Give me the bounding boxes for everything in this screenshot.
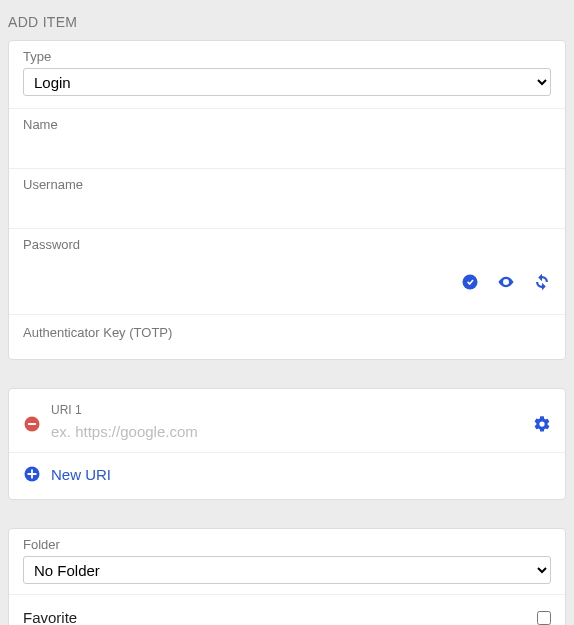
row-folder: Folder No Folder bbox=[9, 529, 565, 595]
row-uri-1: URI 1 bbox=[9, 389, 565, 453]
username-label: Username bbox=[23, 177, 551, 192]
name-input[interactable] bbox=[23, 136, 551, 161]
type-select[interactable]: Login bbox=[23, 68, 551, 96]
check-password-icon[interactable] bbox=[461, 273, 479, 291]
card-main: Type Login Name Username Password Authen… bbox=[8, 40, 566, 360]
svg-point-1 bbox=[505, 281, 508, 284]
svg-rect-3 bbox=[28, 422, 36, 424]
username-input[interactable] bbox=[23, 196, 551, 221]
name-label: Name bbox=[23, 117, 551, 132]
row-new-uri[interactable]: New URI bbox=[9, 453, 565, 497]
row-totp: Authenticator Key (TOTP) bbox=[9, 315, 565, 359]
password-label: Password bbox=[23, 237, 551, 252]
favorite-checkbox[interactable] bbox=[537, 611, 551, 625]
add-uri-icon bbox=[23, 465, 41, 483]
remove-uri-icon[interactable] bbox=[23, 415, 41, 433]
uri-1-input[interactable] bbox=[51, 419, 523, 444]
type-label: Type bbox=[23, 49, 551, 64]
uri-body: URI 1 bbox=[51, 403, 523, 444]
uri-settings-icon[interactable] bbox=[533, 415, 551, 433]
password-tools bbox=[461, 273, 551, 291]
row-favorite: Favorite bbox=[9, 595, 565, 625]
row-type: Type Login bbox=[9, 41, 565, 109]
folder-label: Folder bbox=[23, 537, 551, 552]
row-password: Password bbox=[9, 229, 565, 315]
uri-1-label: URI 1 bbox=[51, 403, 523, 417]
generate-password-icon[interactable] bbox=[533, 273, 551, 291]
toggle-visibility-icon[interactable] bbox=[497, 273, 515, 291]
favorite-label: Favorite bbox=[23, 609, 77, 625]
totp-label: Authenticator Key (TOTP) bbox=[23, 325, 551, 340]
card-uri: URI 1 New URI bbox=[8, 388, 566, 500]
row-name: Name bbox=[9, 109, 565, 169]
svg-point-0 bbox=[463, 275, 478, 290]
new-uri-label: New URI bbox=[51, 466, 111, 483]
card-folder: Folder No Folder Favorite bbox=[8, 528, 566, 625]
page-title: ADD ITEM bbox=[8, 8, 566, 40]
folder-select[interactable]: No Folder bbox=[23, 556, 551, 584]
row-username: Username bbox=[9, 169, 565, 229]
